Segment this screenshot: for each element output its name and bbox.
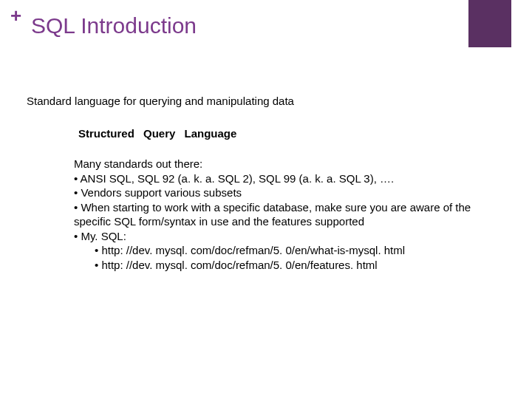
body-line: • My. SQL: bbox=[74, 229, 495, 244]
body-subline: • http: //dev. mysql. com/doc/refman/5. … bbox=[74, 243, 495, 258]
subtitle: Standard language for querying and manip… bbox=[27, 95, 294, 107]
body-line: • When starting to work with a specific … bbox=[74, 200, 495, 229]
accent-box bbox=[468, 0, 511, 47]
page-title: SQL Introduction bbox=[31, 13, 197, 38]
body-line: • ANSI SQL, SQL 92 (a. k. a. SQL 2), SQL… bbox=[74, 171, 495, 186]
body-text: Many standards out there: • ANSI SQL, SQ… bbox=[74, 157, 495, 272]
plus-decoration: + bbox=[10, 6, 21, 25]
body-subline: • http: //dev. mysql. com/doc/refman/5. … bbox=[74, 258, 495, 273]
section-heading: Structured Query Language bbox=[78, 127, 236, 140]
body-line: • Vendors support various subsets bbox=[74, 185, 495, 200]
body-line: Many standards out there: bbox=[74, 157, 495, 171]
